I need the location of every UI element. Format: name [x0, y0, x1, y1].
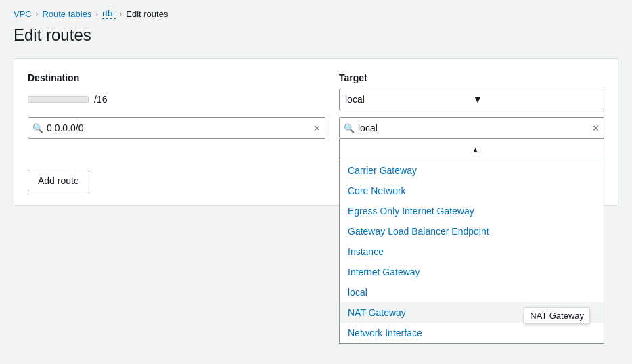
target-search-wrap[interactable]: 🔍 ✕ [339, 117, 604, 139]
breadcrumb-rtb[interactable]: rtb- [102, 8, 116, 19]
destination-search-icon: 🔍 [32, 123, 43, 133]
target-dropdown-trigger[interactable]: ▲ [339, 139, 604, 160]
dropdown-item-internet-gateway[interactable]: Internet Gateway [340, 262, 604, 282]
destination-search-input[interactable] [47, 122, 313, 133]
dropdown-item-gateway-load-balancer-endpoint[interactable]: Gateway Load Balancer Endpoint [340, 221, 604, 242]
target-dropdown-list[interactable]: Carrier Gateway Core Network Egress Only… [339, 160, 604, 344]
dropdown-item-network-interface[interactable]: Network Interface [340, 323, 604, 343]
col-target-header: Target [339, 72, 604, 83]
dropdown-item-local[interactable]: local [340, 282, 604, 302]
breadcrumb-chevron-3: › [120, 9, 122, 18]
content-area: Destination Target /16 local ▼ 🔍 ✕ 🔍 [14, 58, 618, 206]
existing-target-dropdown[interactable]: local ▼ [339, 89, 604, 110]
col-destination-header: Destination [28, 72, 339, 83]
breadcrumb-edit-routes: Edit routes [126, 9, 168, 19]
breadcrumb-vpc[interactable]: VPC [14, 9, 32, 19]
breadcrumb-route-tables[interactable]: Route tables [42, 9, 91, 19]
dropdown-item-instance[interactable]: Instance [340, 242, 604, 262]
dropdown-arrow-up-icon: ▲ [472, 145, 598, 154]
target-search-icon: 🔍 [344, 123, 355, 133]
table-header: Destination Target [28, 72, 604, 83]
new-route-row: 🔍 ✕ 🔍 ✕ ▲ Carrier Gateway Core Network E… [28, 117, 604, 160]
existing-dest-value [28, 96, 89, 103]
existing-target-value: local [345, 94, 470, 105]
dropdown-item-nat-gateway[interactable]: NAT Gateway NAT Gateway [340, 302, 604, 323]
destination-clear-icon[interactable]: ✕ [313, 123, 321, 133]
breadcrumb: VPC › Route tables › rtb- › Edit routes [0, 0, 632, 23]
add-route-button[interactable]: Add route [28, 170, 89, 191]
breadcrumb-chevron-2: › [95, 9, 98, 18]
dropdown-item-carrier-gateway[interactable]: Carrier Gateway [340, 160, 604, 181]
existing-target-cell: local ▼ [339, 89, 604, 110]
nat-gateway-tooltip: NAT Gateway [524, 307, 590, 324]
existing-target-arrow: ▼ [473, 94, 598, 105]
existing-route-row: /16 local ▼ [28, 89, 604, 110]
page-title: Edit routes [0, 23, 632, 58]
destination-search-wrap[interactable]: 🔍 ✕ [28, 117, 325, 139]
target-search-input[interactable] [358, 122, 592, 133]
dropdown-item-core-network[interactable]: Core Network [340, 181, 604, 201]
breadcrumb-chevron-1: › [36, 9, 39, 18]
target-clear-icon[interactable]: ✕ [592, 123, 600, 133]
target-dropdown-area: 🔍 ✕ ▲ Carrier Gateway Core Network Egres… [339, 117, 604, 160]
existing-dest-suffix: /16 [94, 94, 107, 105]
dropdown-item-egress-only-internet-gateway[interactable]: Egress Only Internet Gateway [340, 201, 604, 221]
existing-destination-cell: /16 [28, 94, 339, 105]
